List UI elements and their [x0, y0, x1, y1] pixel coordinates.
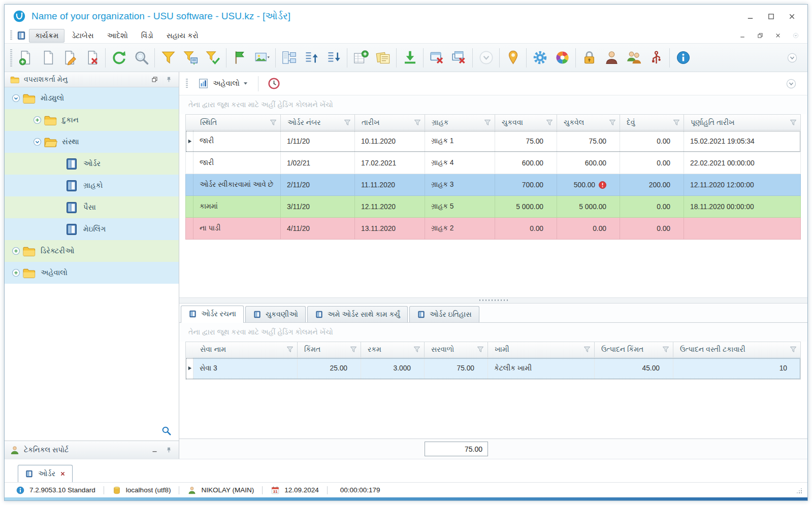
- tab-close-button[interactable]: [60, 471, 66, 477]
- column-header-defect[interactable]: ખામી: [488, 342, 595, 358]
- search-button[interactable]: [130, 46, 152, 70]
- filter-icon[interactable]: [414, 119, 421, 126]
- table-row[interactable]: કામમાં3/11/2012.11.2020ગ્રાહક 55 000.005…: [185, 196, 801, 218]
- user-button[interactable]: [600, 46, 623, 70]
- table-row[interactable]: ના પાડી4/11/2013.11.2020ગ્રાહક 20.000.00…: [185, 218, 801, 240]
- filter-icon[interactable]: [662, 346, 669, 353]
- filter-icon[interactable]: [344, 119, 351, 126]
- column-header-total[interactable]: સરવાળો: [425, 342, 488, 358]
- expand-node-icon[interactable]: [10, 268, 22, 277]
- filter-icon[interactable]: [609, 119, 616, 126]
- filter-check-button[interactable]: [202, 46, 224, 70]
- add-row-button[interactable]: [349, 46, 372, 70]
- export-download-button[interactable]: [399, 46, 421, 70]
- settings-gear-button[interactable]: [529, 46, 551, 70]
- menu-program[interactable]: કાર્યક્રમ: [29, 29, 64, 43]
- resize-grip[interactable]: [795, 487, 802, 494]
- filter-icon[interactable]: [286, 346, 294, 353]
- support-minimize-button[interactable]: [149, 445, 159, 455]
- timer-button[interactable]: [264, 74, 284, 94]
- filter-icon[interactable]: [583, 346, 591, 353]
- support-panel[interactable]: ટેકનિકલ સપોર્ટ: [5, 441, 179, 459]
- sidebar-item-reports[interactable]: અહેવાલો: [5, 262, 179, 284]
- sidebar-float-button[interactable]: [149, 75, 159, 85]
- edit-record-button[interactable]: [58, 46, 81, 70]
- table-row[interactable]: ઓર્ડર સ્વીકારવામાં આવે છે2/11/2011.11.20…: [185, 174, 801, 196]
- tab-order-composition[interactable]: ઓર્ડર રચના: [181, 306, 244, 323]
- filter-icon[interactable]: [546, 119, 553, 126]
- sidebar-item-customers[interactable]: ગ્રાહકો: [5, 175, 179, 196]
- filter-icon[interactable]: [477, 346, 484, 353]
- sidebar-item-shop[interactable]: દુકાન: [5, 109, 179, 131]
- plug-button[interactable]: [645, 46, 667, 70]
- menu-database[interactable]: ડેટાબેસ: [66, 29, 100, 43]
- sidebar-item-modules[interactable]: મોડ્યુલો: [5, 87, 179, 109]
- filter-icon[interactable]: [270, 119, 277, 126]
- collapse-node-icon[interactable]: [10, 94, 22, 103]
- filter-icon[interactable]: [790, 119, 797, 126]
- column-header-status[interactable]: સ્થિતિ: [193, 114, 281, 130]
- notes-button[interactable]: [372, 46, 394, 70]
- tree-new-button[interactable]: [278, 46, 300, 70]
- filter-icon[interactable]: [790, 346, 797, 353]
- info-button[interactable]: [672, 46, 694, 70]
- toolbar-overflow-button[interactable]: [475, 46, 497, 70]
- toolbar-overflow-button[interactable]: [781, 46, 803, 70]
- tree-collapse-button[interactable]: [300, 46, 322, 70]
- table-row[interactable]: સેવા 325.003.00075.00કેટલીક ખામી45.0010: [185, 358, 801, 380]
- map-pin-button[interactable]: [502, 46, 524, 70]
- column-header-completion[interactable]: પૂર્ણાહુતિ તારીખ: [684, 114, 801, 130]
- column-header-prod_pct[interactable]: ઉત્પાદન વસ્તી ટકાવારી: [673, 342, 801, 358]
- image-dropdown-button[interactable]: [251, 46, 273, 70]
- column-header-service[interactable]: સેવા નામ: [193, 342, 298, 358]
- sidebar-item-organization[interactable]: સંસ્થા: [5, 131, 179, 153]
- menu-commands[interactable]: આદેશો: [101, 29, 134, 43]
- sidebar-item-money[interactable]: પૈસા: [5, 196, 179, 218]
- mdi-restore-button[interactable]: [753, 29, 768, 42]
- table-row[interactable]: જારી1/02/2117.02.2021ગ્રાહક 4600.00600.0…: [185, 152, 801, 174]
- column-header-qty[interactable]: રકમ: [361, 342, 425, 358]
- tree-expand-button[interactable]: [322, 46, 345, 70]
- menu-window[interactable]: વિંડો: [135, 29, 159, 43]
- filter-icon[interactable]: [484, 119, 491, 126]
- filter-button[interactable]: [157, 46, 179, 70]
- lock-button[interactable]: [578, 46, 600, 70]
- column-header-number[interactable]: ઓર્ડર નંબર: [281, 114, 355, 130]
- column-header-paid[interactable]: ચુકવેલ: [557, 114, 620, 130]
- column-header-to_pay[interactable]: ચુકવવા: [495, 114, 557, 130]
- column-header-customer[interactable]: ગ્રાહક: [425, 114, 495, 130]
- filter-icon[interactable]: [673, 119, 680, 126]
- mdi-minimize-button[interactable]: [735, 29, 750, 42]
- maximize-button[interactable]: [763, 10, 778, 22]
- sidebar-item-mailing[interactable]: મેઇલિંગ: [5, 218, 179, 240]
- copy-record-button[interactable]: [36, 46, 58, 70]
- reports-button[interactable]: અહેવાલો: [193, 75, 252, 92]
- filter-edit-button[interactable]: [179, 46, 202, 70]
- menubar-overflow-button[interactable]: [788, 29, 803, 42]
- add-record-button[interactable]: [14, 46, 36, 70]
- menubar-grip[interactable]: [10, 30, 12, 41]
- column-header-prod_cost[interactable]: ઉત્પાદન કિંમત: [595, 342, 673, 358]
- tab-order-work[interactable]: અમે ઓર્ડર સાથે કામ કર્યું: [307, 306, 408, 322]
- tab-payments[interactable]: ચુકવણીઓ: [245, 306, 306, 322]
- close-button[interactable]: [784, 10, 799, 22]
- content-overflow-button[interactable]: [780, 72, 802, 95]
- collapse-node-icon[interactable]: [31, 138, 43, 146]
- column-header-price[interactable]: કિંમત: [298, 342, 361, 358]
- delete-record-button[interactable]: [81, 46, 103, 70]
- expand-node-icon[interactable]: [10, 247, 22, 255]
- sidebar-search-button[interactable]: [161, 426, 172, 436]
- close-all-windows-button[interactable]: [448, 46, 470, 70]
- sidebar-item-orders[interactable]: ઓર્ડર: [5, 153, 179, 175]
- mdi-close-button[interactable]: [770, 29, 786, 42]
- sidebar-item-directories[interactable]: ડિરેક્ટરીઓ: [5, 240, 179, 262]
- minimize-button[interactable]: [742, 10, 758, 22]
- sidebar-pin-button[interactable]: [164, 75, 174, 85]
- tab-orders[interactable]: ઓર્ડર: [18, 465, 73, 482]
- filter-icon[interactable]: [350, 346, 357, 353]
- column-header-date[interactable]: તારીખ: [355, 114, 425, 130]
- tab-order-history[interactable]: ઓર્ડર ઇતિહાસ: [409, 306, 479, 322]
- flag-button[interactable]: [229, 46, 251, 70]
- toolbar-grip[interactable]: [10, 49, 12, 66]
- close-window-button[interactable]: [426, 46, 448, 70]
